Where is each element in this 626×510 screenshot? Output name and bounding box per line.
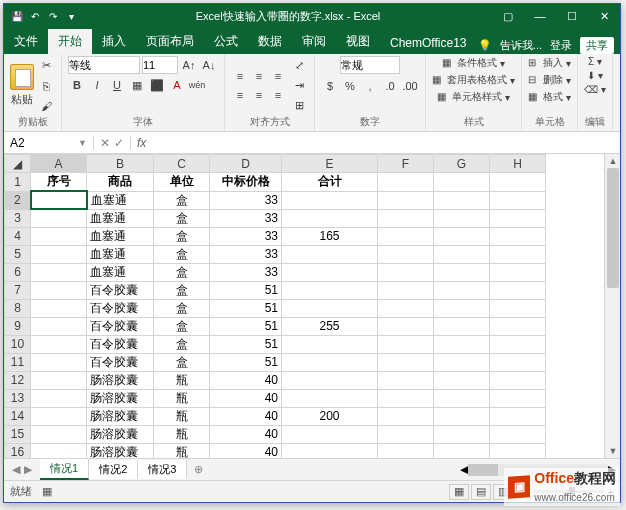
align-center-icon[interactable]: ≡ xyxy=(250,86,268,104)
row-header[interactable]: 2 xyxy=(5,191,31,209)
scroll-left-icon[interactable]: ◀ xyxy=(460,463,468,476)
cell[interactable] xyxy=(378,389,434,407)
decrease-font-icon[interactable]: A↓ xyxy=(200,56,218,74)
cell[interactable]: 盒 xyxy=(154,317,210,335)
cell[interactable] xyxy=(490,389,546,407)
cell[interactable]: 40 xyxy=(210,443,282,458)
cell[interactable]: 33 xyxy=(210,209,282,227)
cell[interactable]: 33 xyxy=(210,227,282,245)
fill-button[interactable]: ⬇ ▾ xyxy=(587,70,603,81)
col-header-E[interactable]: E xyxy=(282,155,378,173)
insert-cells-button[interactable]: ⊞插入 ▾ xyxy=(528,56,571,70)
tab-file[interactable]: 文件 xyxy=(4,29,48,54)
cell[interactable] xyxy=(282,425,378,443)
wrap-text-icon[interactable]: ⇥ xyxy=(290,77,308,95)
sheet-tab-1[interactable]: 情况1 xyxy=(40,459,89,480)
cell[interactable] xyxy=(282,299,378,317)
tab-view[interactable]: 视图 xyxy=(336,29,380,54)
cell[interactable] xyxy=(434,245,490,263)
select-all-corner[interactable]: ◢ xyxy=(5,155,31,173)
formula-input[interactable] xyxy=(152,136,620,150)
close-icon[interactable]: ✕ xyxy=(588,4,620,28)
cell[interactable]: 盒 xyxy=(154,299,210,317)
border-icon[interactable]: ▦ xyxy=(128,76,146,94)
cell[interactable] xyxy=(282,263,378,281)
cell[interactable]: 盒 xyxy=(154,209,210,227)
cell[interactable] xyxy=(282,371,378,389)
format-painter-icon[interactable]: 🖌 xyxy=(37,97,55,115)
row-header[interactable]: 7 xyxy=(5,281,31,299)
cut-icon[interactable]: ✂ xyxy=(37,57,55,75)
align-bottom-icon[interactable]: ≡ xyxy=(269,67,287,85)
col-header-D[interactable]: D xyxy=(210,155,282,173)
cell[interactable] xyxy=(378,173,434,192)
cell[interactable]: 百令胶囊 xyxy=(87,281,154,299)
row-header[interactable]: 14 xyxy=(5,407,31,425)
cell[interactable] xyxy=(31,299,87,317)
tellme-text[interactable]: 告诉我... xyxy=(500,38,542,53)
vertical-scrollbar[interactable]: ▲ ▼ xyxy=(604,154,620,458)
cell[interactable] xyxy=(434,209,490,227)
align-top-icon[interactable]: ≡ xyxy=(231,67,249,85)
col-header-H[interactable]: H xyxy=(490,155,546,173)
cell[interactable] xyxy=(434,353,490,371)
cell[interactable] xyxy=(434,389,490,407)
maximize-icon[interactable]: ☐ xyxy=(556,4,588,28)
tab-page-layout[interactable]: 页面布局 xyxy=(136,29,204,54)
row-header[interactable]: 15 xyxy=(5,425,31,443)
font-color-icon[interactable]: A xyxy=(168,76,186,94)
enter-formula-icon[interactable]: ✓ xyxy=(114,136,124,150)
cell[interactable] xyxy=(434,299,490,317)
cell[interactable]: 盒 xyxy=(154,263,210,281)
percent-icon[interactable]: % xyxy=(341,77,359,95)
conditional-format-button[interactable]: ▦条件格式 ▾ xyxy=(442,56,505,70)
share-button[interactable]: 共享 xyxy=(580,37,614,54)
cell[interactable]: 中标价格 xyxy=(210,173,282,192)
tab-data[interactable]: 数据 xyxy=(248,29,292,54)
col-header-G[interactable]: G xyxy=(434,155,490,173)
cell[interactable] xyxy=(31,335,87,353)
cell[interactable] xyxy=(490,191,546,209)
col-header-F[interactable]: F xyxy=(378,155,434,173)
cell[interactable]: 百令胶囊 xyxy=(87,299,154,317)
cell[interactable] xyxy=(490,263,546,281)
cell[interactable] xyxy=(378,209,434,227)
cell[interactable] xyxy=(434,317,490,335)
cell[interactable]: 血塞通 xyxy=(87,245,154,263)
page-layout-view-icon[interactable]: ▤ xyxy=(471,484,491,500)
cell[interactable] xyxy=(378,227,434,245)
cell[interactable]: 百令胶囊 xyxy=(87,335,154,353)
cell[interactable] xyxy=(490,173,546,192)
cell[interactable]: 血塞通 xyxy=(87,263,154,281)
format-cells-button[interactable]: ▦格式 ▾ xyxy=(528,90,571,104)
cell[interactable]: 血塞通 xyxy=(87,227,154,245)
cell[interactable] xyxy=(31,425,87,443)
sheet-nav[interactable]: ◀ ▶ xyxy=(4,463,40,476)
row-header[interactable]: 11 xyxy=(5,353,31,371)
cell[interactable]: 盒 xyxy=(154,245,210,263)
cell[interactable]: 血塞通 xyxy=(87,209,154,227)
cell[interactable] xyxy=(282,209,378,227)
cell[interactable] xyxy=(282,281,378,299)
delete-cells-button[interactable]: ⊟删除 ▾ xyxy=(528,73,571,87)
cell[interactable]: 肠溶胶囊 xyxy=(87,389,154,407)
cells-table[interactable]: ◢ A B C D E F G H 1 序号 商品 单位 中标价格 合计 2血塞… xyxy=(4,154,546,458)
cell[interactable]: 肠溶胶囊 xyxy=(87,425,154,443)
cell[interactable] xyxy=(378,443,434,458)
cell[interactable] xyxy=(434,263,490,281)
cancel-formula-icon[interactable]: ✕ xyxy=(100,136,110,150)
cell[interactable] xyxy=(282,191,378,209)
cell[interactable] xyxy=(31,209,87,227)
row-header[interactable]: 6 xyxy=(5,263,31,281)
qat-more-icon[interactable]: ▾ xyxy=(64,9,78,23)
cell[interactable]: 肠溶胶囊 xyxy=(87,371,154,389)
cell[interactable]: 33 xyxy=(210,245,282,263)
row-header[interactable]: 8 xyxy=(5,299,31,317)
cell[interactable]: 盒 xyxy=(154,191,210,209)
minimize-icon[interactable]: — xyxy=(524,4,556,28)
cell[interactable] xyxy=(490,353,546,371)
italic-icon[interactable]: I xyxy=(88,76,106,94)
cell[interactable] xyxy=(31,227,87,245)
cell[interactable] xyxy=(31,443,87,458)
cell[interactable]: 肠溶胶囊 xyxy=(87,443,154,458)
